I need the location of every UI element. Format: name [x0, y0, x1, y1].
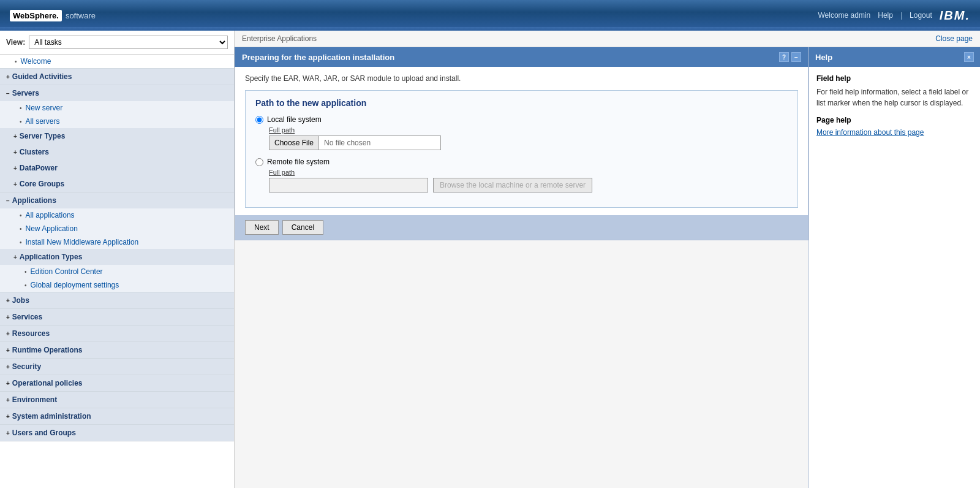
resources-header[interactable]: + Resources — [0, 326, 234, 341]
bullet-icon: • — [20, 226, 22, 232]
security-header[interactable]: + Security — [0, 359, 234, 375]
header: WebSphere. software Welcome admin Help |… — [0, 0, 980, 31]
users-groups-header[interactable]: + Users and Groups — [0, 425, 234, 441]
remote-fs-radio-row: Remote file system — [255, 158, 788, 166]
local-fs-radio-row: Local file system — [255, 115, 788, 124]
expand-icon: + — [6, 380, 10, 387]
help-title: Help — [815, 53, 832, 62]
sidebar: View: All tasks • Welcome + Guided Activ… — [0, 31, 235, 488]
local-fs-radio[interactable] — [255, 116, 263, 124]
help-close-button[interactable]: × — [964, 52, 974, 62]
action-bar: Next Cancel — [235, 215, 808, 240]
minus-icon: − — [6, 90, 10, 97]
path-section-title: Path to the new application — [255, 98, 788, 108]
remote-input-row: Browse the local machine or a remote ser… — [269, 178, 788, 193]
local-fs-label: Local file system — [267, 115, 322, 124]
guided-activities-header[interactable]: + Guided Activities — [0, 69, 234, 85]
help-icon-btn[interactable]: ? — [779, 52, 789, 62]
main-layout: View: All tasks • Welcome + Guided Activ… — [0, 31, 980, 488]
jobs-header[interactable]: + Jobs — [0, 292, 234, 308]
all-servers-link[interactable]: • All servers — [0, 115, 234, 128]
breadcrumb: Enterprise Applications — [242, 34, 317, 43]
applications-header[interactable]: − Applications — [0, 193, 234, 208]
software-label: software — [66, 11, 96, 20]
next-button[interactable]: Next — [245, 220, 279, 235]
environment-header[interactable]: + Environment — [0, 392, 234, 408]
application-types-header[interactable]: + Application Types — [0, 249, 234, 265]
runtime-ops-header[interactable]: + Runtime Operations — [0, 342, 234, 358]
minus-icon: − — [6, 197, 10, 204]
new-application-link[interactable]: • New Application — [0, 222, 234, 235]
header-divider: | — [900, 11, 902, 20]
more-info-link[interactable]: More information about this page — [816, 128, 973, 137]
bullet-icon: • — [24, 269, 27, 275]
expand-icon: + — [13, 165, 17, 172]
content-body: Preparing for the application installati… — [235, 47, 980, 488]
global-deployment-link[interactable]: • Global deployment settings — [0, 278, 234, 292]
bullet-icon: • — [24, 282, 27, 289]
bullet-icon: • — [15, 58, 17, 65]
install-middleware-link[interactable]: • Install New Middleware Application — [0, 235, 234, 249]
bullet-icon: • — [20, 212, 22, 219]
content-area: Enterprise Applications Close page Prepa… — [235, 31, 980, 488]
operational-policies-header[interactable]: + Operational policies — [0, 375, 234, 391]
expand-icon: + — [13, 254, 17, 261]
header-right: Welcome admin Help | Logout IBM. — [818, 9, 970, 23]
file-name-display: No file chosen — [318, 135, 441, 150]
welcome-link[interactable]: • Welcome — [0, 55, 234, 68]
welcome-text: Welcome admin — [818, 11, 870, 20]
remote-full-path-label: Full path — [269, 169, 788, 176]
sidebar-item-environment: + Environment — [0, 392, 234, 408]
servers-header[interactable]: − Servers — [0, 85, 234, 101]
help-link[interactable]: Help — [878, 11, 893, 20]
path-section: Path to the new application Local file s… — [245, 90, 798, 208]
logout-link[interactable]: Logout — [910, 11, 932, 20]
main-panel: Preparing for the application installati… — [235, 47, 809, 488]
help-panel: Help × Field help For field help informa… — [809, 47, 980, 488]
new-server-link[interactable]: • New server — [0, 101, 234, 115]
cancel-button[interactable]: Cancel — [282, 220, 323, 235]
sidebar-item-servers: − Servers • New server • All servers + S… — [0, 85, 234, 193]
remote-path-input[interactable] — [269, 178, 428, 193]
services-header[interactable]: + Services — [0, 309, 234, 325]
minimize-icon-btn[interactable]: − — [791, 52, 801, 62]
expand-icon: + — [6, 430, 10, 437]
choose-file-button[interactable]: Choose File — [269, 135, 318, 150]
panel-header: Preparing for the application installati… — [235, 47, 809, 67]
expand-icon: + — [6, 413, 10, 420]
bullet-icon: • — [20, 118, 22, 125]
core-groups-header[interactable]: + Core Groups — [0, 176, 234, 192]
close-page-link[interactable]: Close page — [935, 34, 973, 43]
websphere-logo: WebSphere. — [10, 10, 62, 21]
panel-body: Specify the EAR, WAR, JAR, or SAR module… — [235, 67, 809, 240]
help-header: Help × — [809, 47, 980, 67]
remote-fs-option: Remote file system Full path Browse the … — [255, 158, 788, 193]
expand-icon: + — [6, 364, 10, 370]
field-help-title: Field help — [816, 74, 973, 83]
all-applications-link[interactable]: • All applications — [0, 208, 234, 222]
sidebar-item-system-admin: + System administration — [0, 408, 234, 425]
sidebar-item-services: + Services — [0, 309, 234, 326]
expand-icon: + — [6, 397, 10, 403]
panel-title: Preparing for the application installati… — [242, 53, 394, 62]
view-label: View: — [6, 38, 25, 47]
expand-icon: + — [6, 74, 10, 80]
full-path-label: Full path — [269, 126, 788, 134]
expand-icon: + — [13, 133, 17, 140]
sidebar-scroll: • Welcome + Guided Activities − Servers — [0, 55, 234, 488]
sidebar-item-guided-activities: + Guided Activities — [0, 69, 234, 85]
view-select[interactable]: All tasks — [29, 36, 228, 49]
sidebar-item-resources: + Resources — [0, 326, 234, 342]
datapower-header[interactable]: + DataPower — [0, 160, 234, 176]
expand-icon: + — [6, 347, 10, 354]
bullet-icon: • — [20, 239, 22, 246]
system-admin-header[interactable]: + System administration — [0, 408, 234, 424]
server-types-header[interactable]: + Server Types — [0, 128, 234, 144]
clusters-header[interactable]: + Clusters — [0, 144, 234, 160]
help-body: Field help For field help information, s… — [809, 67, 980, 144]
page-help-title: Page help — [816, 116, 973, 124]
remote-fs-radio[interactable] — [255, 158, 263, 166]
browse-button[interactable]: Browse the local machine or a remote ser… — [433, 178, 592, 193]
sidebar-item-operational-policies: + Operational policies — [0, 375, 234, 392]
edition-control-link[interactable]: • Edition Control Center — [0, 265, 234, 278]
